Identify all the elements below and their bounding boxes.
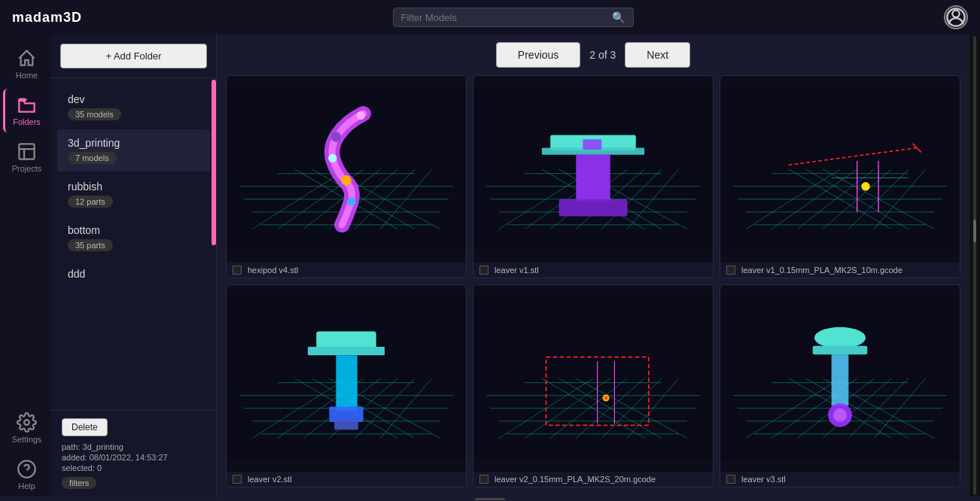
folder-item-3dprinting[interactable]: 3d_printing 7 models [57,129,210,172]
svg-rect-123 [814,327,866,348]
svg-point-25 [347,197,355,205]
scrollbar-thumb [973,220,976,242]
folder-badge-3dprinting: 7 models [68,152,117,164]
model-checkbox-4[interactable] [479,475,488,484]
model-preview-4 [473,285,713,472]
svg-rect-84 [308,347,385,355]
model-card-0[interactable]: hexipod v4.stl [226,75,467,278]
model-checkbox-2[interactable] [726,266,735,275]
model-checkbox-1[interactable] [479,266,488,275]
avatar[interactable] [944,5,968,29]
topbar: madam3D 🔍 [0,0,980,35]
delete-button[interactable]: Delete [62,418,108,436]
model-preview-1 [473,76,713,263]
projects-icon [17,141,37,162]
app-logo: madam3D [12,10,82,26]
model-footer-5: leaver v3.stl [720,472,960,487]
folder-name-rubbish: rubbish [68,181,199,193]
model-footer-2: leaver v1_0.15mm_PLA_MK2S_10m.gcode [720,263,960,278]
folders-icon [17,95,37,115]
model-card-1[interactable]: leaver v1.stl [473,75,714,278]
svg-rect-125 [832,354,849,405]
info-selected: selected: 0 [62,463,205,472]
folder-item-bottom[interactable]: bottom 35 parts [57,217,210,259]
sidebar-item-folders-label: Folders [13,117,41,126]
svg-point-64 [861,182,869,190]
folders-header: + Add Folder [51,35,216,78]
svg-rect-87 [334,420,358,430]
scrollbar-track [973,36,976,495]
model-footer-0: hexipod v4.stl [227,263,466,278]
folder-item-rubbish[interactable]: rubbish 12 parts [57,173,210,215]
model-card-3[interactable]: leaver v2.stl [226,284,467,487]
sidebar-item-home[interactable]: Home [3,42,48,86]
sidebar-item-help[interactable]: Help [3,453,48,496]
folder-item-dev[interactable]: dev 35 models [57,86,210,128]
folder-name-dev: dev [68,93,199,105]
model-footer-4: leaver v2_0.15mm_PLA_MK2S_20m.gcode [473,472,713,487]
model-name-0: hexipod v4.stl [248,266,298,275]
info-panel: Delete path: 3d_printing added: 08/01/20… [51,410,216,496]
model-checkbox-0[interactable] [233,266,242,275]
svg-rect-43 [576,155,610,202]
folder-name-3dprinting: 3d_printing [68,137,199,149]
right-scrollbar[interactable] [969,35,980,496]
model-name-4: leaver v2_0.15mm_PLA_MK2S_20m.gcode [495,475,656,484]
search-bar[interactable]: 🔍 [393,8,634,27]
filters-badge[interactable]: filters [62,477,96,489]
help-icon [17,459,37,479]
folder-badge-bottom: 35 parts [68,239,113,251]
model-preview-0 [227,76,466,263]
scroll-track [212,80,216,496]
svg-rect-85 [336,355,357,411]
bottom-handle [0,496,980,501]
svg-point-0 [952,11,959,17]
content-area: Previous 2 of 3 Next [217,35,969,496]
sidebar-item-settings-label: Settings [12,435,42,444]
pagination-info: 2 of 3 [589,49,616,61]
model-card-5[interactable]: leaver v3.stl [720,284,960,487]
sidebar-item-home-label: Home [16,71,38,80]
model-checkbox-5[interactable] [726,475,735,484]
model-preview-5 [720,285,960,472]
next-button[interactable]: Next [625,42,690,68]
models-grid: hexipod v4.stl [217,75,969,496]
sidebar-item-settings[interactable]: Settings [3,406,48,450]
model-footer-3: leaver v2.stl [227,472,466,487]
svg-rect-124 [813,346,868,354]
main-layout: Home Folders Projects [0,35,980,496]
add-folder-button[interactable]: + Add Folder [60,44,207,68]
svg-rect-44 [559,199,628,217]
sidebar-item-help-label: Help [18,481,35,490]
svg-point-21 [357,111,365,120]
home-icon [17,48,37,68]
model-name-3: leaver v2.stl [248,475,292,484]
svg-point-127 [833,408,847,422]
sidebar-item-folders[interactable]: Folders [3,89,48,132]
svg-point-4 [24,420,29,425]
sidebar-item-projects-label: Projects [12,164,42,173]
folders-panel: + Add Folder dev 35 models 3d_printing 7… [51,35,217,496]
model-preview-2 [720,76,960,263]
model-card-2[interactable]: leaver v1_0.15mm_PLA_MK2S_10m.gcode [720,75,960,278]
model-checkbox-3[interactable] [233,475,242,484]
previous-button[interactable]: Previous [496,42,580,68]
info-path: path: 3d_printing [62,442,205,451]
folders-list: dev 35 models 3d_printing 7 models rubbi… [51,78,216,410]
model-card-4[interactable]: leaver v2_0.15mm_PLA_MK2S_20m.gcode [473,284,714,487]
folder-name-ddd: ddd [68,268,199,280]
folder-badge-dev: 35 models [68,108,121,120]
svg-point-105 [604,396,608,400]
model-name-1: leaver v1.stl [495,266,539,275]
settings-icon [17,412,37,433]
svg-point-23 [328,154,336,162]
search-input[interactable] [401,12,612,23]
search-icon: 🔍 [612,11,625,23]
svg-rect-45 [583,139,601,150]
svg-point-24 [341,175,352,186]
folder-name-bottom: bottom [68,224,199,236]
folder-item-ddd[interactable]: ddd [57,260,210,290]
bottom-handle-bar [475,498,505,500]
sidebar-item-projects[interactable]: Projects [3,135,48,179]
info-added: added: 08/01/2022, 14:53:27 [62,453,205,462]
